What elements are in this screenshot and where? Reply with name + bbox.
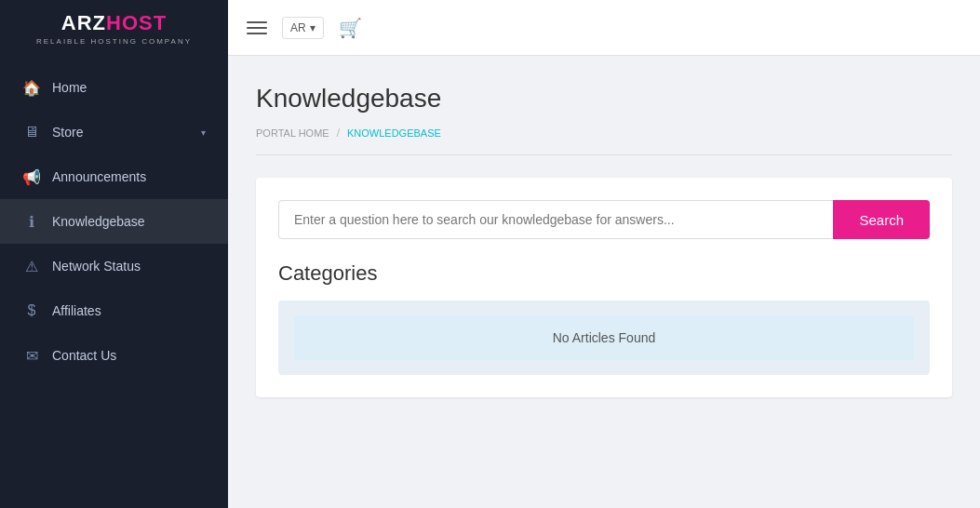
sidebar-item-label: Contact Us	[52, 348, 116, 363]
sidebar-item-affiliates[interactable]: $ Affiliates	[0, 288, 228, 333]
sidebar-item-store[interactable]: 🖥 Store ▾	[0, 110, 228, 154]
breadcrumb: PORTAL HOME / KNOWLEDGEBASE	[256, 127, 952, 155]
sidebar-item-label: Network Status	[52, 259, 141, 274]
sidebar-item-label: Home	[52, 80, 87, 95]
dollar-icon: $	[22, 301, 41, 320]
chevron-down-icon: ▾	[201, 127, 206, 138]
no-articles-message: No Articles Found	[293, 315, 915, 360]
sidebar-item-announcements[interactable]: 📢 Announcements	[0, 154, 228, 199]
hamburger-icon[interactable]	[247, 21, 267, 34]
cart-icon[interactable]: 🛒	[339, 17, 362, 39]
language-label: AR	[290, 21, 306, 34]
search-button[interactable]: Search	[833, 200, 930, 239]
knowledgebase-card: Search Categories No Articles Found	[256, 178, 952, 397]
mail-icon: ✉	[22, 346, 41, 365]
logo-pink-part: HOST	[106, 11, 167, 34]
categories-title: Categories	[278, 261, 930, 286]
search-bar: Search	[278, 200, 930, 239]
breadcrumb-home[interactable]: PORTAL HOME	[256, 127, 329, 139]
logo-black-part: ARZ	[61, 11, 106, 34]
sidebar-item-label: Announcements	[52, 169, 146, 184]
sidebar-item-knowledgebase[interactable]: ℹ Knowledgebase	[0, 199, 228, 244]
announcements-icon: 📢	[22, 167, 41, 186]
home-icon: 🏠	[22, 78, 41, 97]
header-controls: AR ▾ 🛒	[228, 0, 980, 56]
info-icon: ℹ	[22, 212, 41, 231]
page-title: Knowledgebase	[256, 84, 952, 114]
sidebar-item-label: Affiliates	[52, 303, 101, 318]
sidebar-item-label: Knowledgebase	[52, 214, 145, 229]
breadcrumb-separator: /	[337, 127, 340, 140]
warning-icon: ⚠	[22, 257, 41, 275]
sidebar: 🏠 Home 🖥 Store ▾ 📢 Announcements ℹ Knowl…	[0, 56, 228, 508]
logo: ARZHOST RELAIBLE HOSTING COMPANY	[0, 0, 228, 56]
sidebar-item-home[interactable]: 🏠 Home	[0, 65, 228, 110]
logo-text: ARZHOST	[61, 11, 167, 35]
categories-box: No Articles Found	[278, 301, 930, 375]
search-input[interactable]	[278, 200, 833, 239]
store-icon: 🖥	[22, 123, 41, 141]
logo-subtitle: RELAIBLE HOSTING COMPANY	[36, 37, 192, 46]
breadcrumb-current: KNOWLEDGEBASE	[347, 127, 441, 139]
main-content: Knowledgebase PORTAL HOME / KNOWLEDGEBAS…	[228, 56, 980, 508]
sidebar-item-label: Store	[52, 125, 83, 140]
sidebar-item-contact-us[interactable]: ✉ Contact Us	[0, 333, 228, 378]
sidebar-item-network-status[interactable]: ⚠ Network Status	[0, 244, 228, 288]
language-button[interactable]: AR ▾	[282, 17, 324, 39]
chevron-down-icon: ▾	[310, 21, 315, 34]
